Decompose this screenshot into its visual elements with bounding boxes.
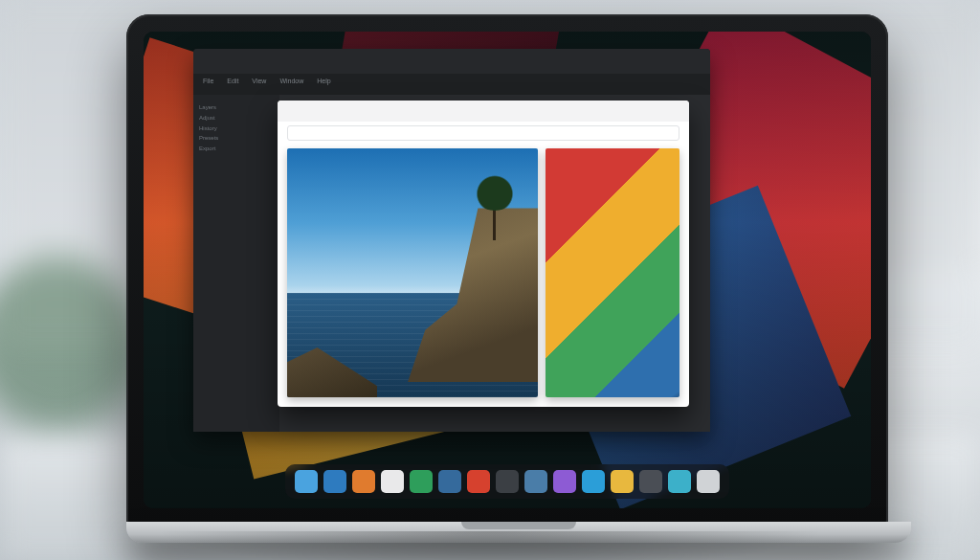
photo-window-toolbar[interactable] [287,125,679,141]
sidebar-item[interactable]: Export [199,144,285,154]
menu-item[interactable]: File [203,78,213,95]
laptop-lid: File Edit View Window Help Layers Adjust… [126,14,888,526]
photo-window[interactable] [278,101,689,407]
dock-app-11[interactable] [582,470,605,493]
laptop: File Edit View Window Help Layers Adjust… [126,14,854,543]
menu-item[interactable]: Help [317,78,330,95]
dock-app-4[interactable] [381,470,404,493]
photo-row [287,148,679,397]
dock-app-8[interactable] [496,470,519,493]
scene-photo: File Edit View Window Help Layers Adjust… [0,0,980,560]
dock-app-13[interactable] [639,470,662,493]
photo-side[interactable] [546,148,679,397]
menu-item[interactable]: Edit [227,78,238,95]
dock-app-1[interactable] [295,470,318,493]
dock-app-12[interactable] [611,470,634,493]
menu-item[interactable]: View [252,78,266,95]
desk-reflection [155,531,825,560]
menu-item[interactable]: Window [279,78,303,95]
sidebar-item[interactable]: History [199,123,285,134]
dock-app-9[interactable] [524,470,547,493]
dock[interactable] [285,464,729,499]
dock-app-10[interactable] [553,470,576,493]
sidebar-item[interactable]: Presets [199,133,285,144]
dock-app-3[interactable] [352,470,375,493]
sidebar-item[interactable]: Layers [199,102,285,113]
dock-app-6[interactable] [438,470,461,493]
photo-main[interactable] [287,148,538,397]
laptop-notch [461,522,576,529]
dock-app-14[interactable] [668,470,691,493]
dock-app-15[interactable] [697,470,720,493]
dock-app-2[interactable] [323,470,346,493]
sidebar-item[interactable]: Adjust [199,113,285,123]
photo-window-titlebar[interactable] [278,101,689,122]
dock-app-7[interactable] [467,470,490,493]
dock-app-5[interactable] [410,470,433,493]
laptop-screen: File Edit View Window Help Layers Adjust… [144,32,871,508]
editor-titlebar[interactable] [193,49,710,74]
editor-sidebar[interactable]: Layers Adjust History Presets Export [193,95,291,432]
